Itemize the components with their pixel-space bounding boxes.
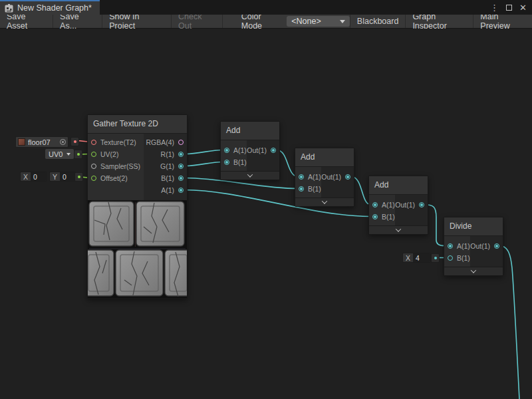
- port-label: Texture(T2): [100, 138, 136, 146]
- x-label: X: [403, 254, 413, 262]
- texture-name: floor07: [28, 138, 57, 146]
- port-texture[interactable]: [91, 140, 96, 145]
- shader-graph-window: New Shader Graph* ⋮ ✕ Save Asset Save As…: [0, 0, 532, 399]
- port-label: Out(1): [470, 242, 490, 250]
- port-out[interactable]: [419, 202, 424, 207]
- port-label: B(1): [233, 158, 247, 166]
- chevron-down-icon: [340, 20, 345, 23]
- port-label: A(1): [161, 186, 174, 194]
- port-label: B(1): [308, 185, 321, 193]
- uv-channel-value: UV0: [49, 150, 63, 158]
- wire-r-to-add1-a[interactable]: [184, 150, 223, 154]
- node-collapse-strip[interactable]: [295, 198, 354, 206]
- node-add-1[interactable]: Add A(1) B(1) Out(1): [220, 121, 280, 180]
- port-a-input[interactable]: [372, 202, 378, 207]
- port-a[interactable]: [178, 188, 184, 193]
- offset-y-field[interactable]: Y 0: [49, 172, 76, 182]
- port-a-input[interactable]: [448, 243, 453, 249]
- node-title: Divide: [444, 217, 503, 236]
- port-label: G(1): [160, 162, 174, 170]
- save-as-button[interactable]: Save As...: [53, 15, 102, 28]
- divide-b-x-field[interactable]: X 4: [402, 253, 431, 263]
- input-ports: Texture(T2) UV(2) Sampler(SS) Offset(2): [88, 134, 144, 200]
- color-mode-label: Color Mode: [241, 12, 282, 31]
- object-picker-icon[interactable]: [60, 139, 66, 145]
- texture-port-connector[interactable]: [70, 137, 79, 146]
- port-label: A(1): [308, 173, 321, 181]
- texture-preview: [88, 200, 187, 298]
- node-divide[interactable]: Divide A(1) B(1) Out(1): [444, 217, 503, 276]
- port-label: Out(1): [247, 146, 267, 154]
- chevron-down-icon: [247, 172, 253, 177]
- x-value[interactable]: 0: [31, 172, 46, 181]
- graph-canvas[interactable]: Gather Texture 2D Texture(T2) UV(2) Samp…: [0, 29, 532, 399]
- node-collapse-strip[interactable]: [444, 267, 503, 275]
- offset-vector2-field: X 0 Y 0: [20, 172, 76, 182]
- x-label: X: [21, 173, 31, 181]
- node-collapse-strip[interactable]: [221, 171, 279, 180]
- window-controls: ⋮ ✕: [490, 1, 527, 13]
- toolbar: Save Asset Save As... Show In Project Ch…: [0, 15, 532, 29]
- show-in-project-button[interactable]: Show In Project: [102, 15, 172, 28]
- port-label: Out(1): [395, 201, 415, 209]
- port-out[interactable]: [494, 243, 499, 249]
- chevron-down-icon: [322, 198, 327, 203]
- color-mode-dropdown[interactable]: <None>: [287, 16, 350, 27]
- close-icon[interactable]: ✕: [519, 3, 527, 13]
- node-add-3[interactable]: Add A(1) B(1) Out(1): [368, 176, 428, 235]
- port-b-input[interactable]: [299, 186, 304, 192]
- port-out[interactable]: [345, 174, 350, 180]
- uv-channel-dropdown[interactable]: UV0: [45, 149, 74, 159]
- port-a-input[interactable]: [299, 174, 304, 180]
- uv-port-connector[interactable]: [74, 150, 82, 159]
- wire-g-to-add1-b[interactable]: [184, 162, 223, 166]
- color-mode-value: <None>: [291, 17, 321, 26]
- port-label: B(1): [161, 174, 174, 182]
- color-mode-group: Color Mode <None>: [241, 15, 350, 28]
- port-b-input[interactable]: [224, 160, 229, 165]
- divide-b-port-connector[interactable]: [431, 253, 440, 263]
- offset-port-connector[interactable]: [74, 172, 83, 182]
- port-rgba[interactable]: [178, 140, 184, 145]
- tab-title: New Shader Graph*: [17, 3, 92, 13]
- node-title: Add: [369, 176, 428, 195]
- port-g[interactable]: [178, 164, 184, 169]
- texture-thumbnail: [18, 138, 25, 146]
- port-out[interactable]: [271, 148, 276, 153]
- port-label: B(1): [457, 254, 470, 262]
- offset-x-field[interactable]: X 0: [20, 172, 47, 182]
- save-asset-button[interactable]: Save Asset: [0, 15, 53, 28]
- port-label: RGBA(4): [146, 138, 174, 146]
- port-label: A(1): [382, 201, 395, 209]
- y-label: Y: [50, 173, 60, 181]
- port-label: A(1): [233, 146, 247, 154]
- port-a-input[interactable]: [224, 148, 229, 153]
- blackboard-button[interactable]: Blackboard: [350, 15, 406, 28]
- port-b-input[interactable]: [372, 214, 378, 219]
- main-preview-button[interactable]: Main Preview: [473, 15, 532, 28]
- port-label: UV(2): [100, 150, 118, 158]
- check-out-button: Check Out: [172, 15, 223, 28]
- node-title: Add: [221, 122, 279, 140]
- more-options-icon[interactable]: ⋮: [490, 3, 499, 13]
- toolbar-right: Blackboard Graph Inspector Main Preview: [350, 15, 532, 28]
- graph-inspector-button[interactable]: Graph Inspector: [405, 15, 473, 28]
- port-label: A(1): [457, 242, 470, 250]
- port-label: Sampler(SS): [100, 162, 140, 170]
- port-b-input[interactable]: [448, 255, 453, 261]
- shader-graph-icon: [5, 4, 13, 13]
- tab-new-shader-graph[interactable]: New Shader Graph*: [0, 0, 100, 15]
- x-value[interactable]: 4: [413, 253, 430, 262]
- port-b[interactable]: [178, 176, 184, 181]
- node-add-2[interactable]: Add A(1) B(1) Out(1): [295, 148, 354, 207]
- texture-object-field[interactable]: floor07: [15, 136, 68, 148]
- port-r[interactable]: [178, 152, 184, 157]
- port-offset[interactable]: [91, 176, 96, 181]
- node-gather-texture-2d[interactable]: Gather Texture 2D Texture(T2) UV(2) Samp…: [87, 114, 188, 299]
- node-collapse-strip[interactable]: [369, 225, 428, 234]
- y-value[interactable]: 0: [60, 172, 75, 181]
- tab-bar: New Shader Graph* ⋮ ✕: [0, 0, 532, 15]
- port-sampler[interactable]: [91, 164, 96, 169]
- port-uv[interactable]: [91, 152, 96, 157]
- maximize-icon[interactable]: [506, 3, 512, 13]
